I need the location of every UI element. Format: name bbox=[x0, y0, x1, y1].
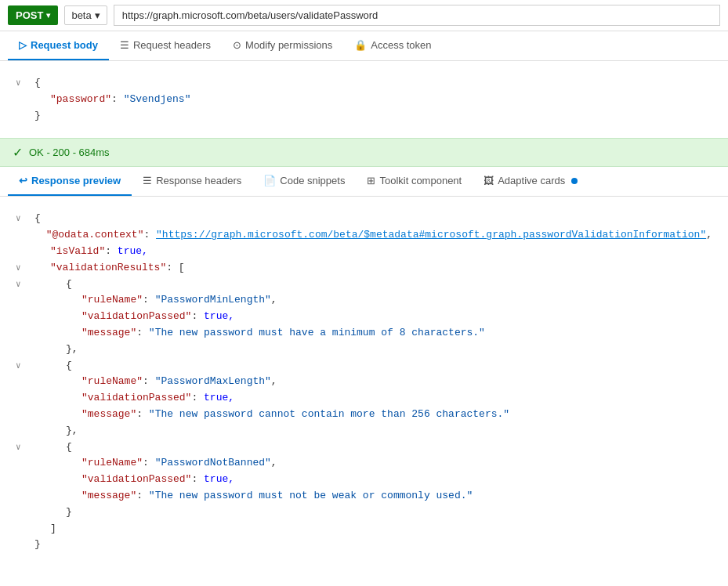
tab-request-body[interactable]: ▷ Request body bbox=[8, 31, 109, 60]
access-token-label: Access token bbox=[371, 39, 431, 51]
method-chevron: ▾ bbox=[46, 11, 50, 20]
collapse-validation-results[interactable]: ∨ bbox=[16, 260, 34, 276]
response-json-section: ∨ { "@odata.context" : "https://graph.mi… bbox=[0, 197, 728, 567]
tab-access-token[interactable]: 🔒 Access token bbox=[343, 31, 442, 60]
response-preview-label: Response preview bbox=[31, 175, 121, 186]
access-token-icon: 🔒 bbox=[354, 39, 367, 51]
request-body-label: Request body bbox=[31, 39, 98, 51]
url-input[interactable] bbox=[114, 5, 720, 26]
tab-adaptive-cards[interactable]: 🖼 Adaptive cards bbox=[473, 167, 589, 196]
toolkit-component-icon: ⊞ bbox=[367, 175, 375, 186]
response-preview-icon: ↩ bbox=[19, 175, 27, 186]
response-headers-icon: ☰ bbox=[143, 175, 152, 186]
status-bar: ✓ OK - 200 - 684ms bbox=[0, 138, 728, 167]
request-body-json: ∨ { "password" : "Svendjens" } bbox=[16, 69, 712, 130]
odata-context-url[interactable]: "https://graph.microsoft.com/beta/$metad… bbox=[156, 227, 706, 244]
modify-permissions-icon: ⊙ bbox=[233, 39, 241, 51]
request-tab-bar: ▷ Request body ☰ Request headers ⊙ Modif… bbox=[0, 31, 728, 61]
top-bar: POST ▾ beta ▾ bbox=[0, 0, 728, 31]
response-body-section: ∨ { "@odata.context" : "https://graph.mi… bbox=[0, 197, 728, 586]
request-headers-icon: ☰ bbox=[120, 39, 129, 51]
status-icon: ✓ bbox=[13, 145, 23, 160]
version-label: beta bbox=[71, 9, 91, 21]
collapse-result-1[interactable]: ∨ bbox=[16, 277, 34, 292]
version-selector[interactable]: beta ▾ bbox=[64, 5, 107, 25]
response-headers-label: Response headers bbox=[156, 175, 241, 186]
modify-permissions-label: Modify permissions bbox=[245, 39, 332, 51]
version-chevron: ▾ bbox=[95, 9, 100, 21]
method-label: POST bbox=[16, 9, 43, 21]
collapse-result-2[interactable]: ∨ bbox=[16, 358, 34, 374]
collapse-result-3[interactable]: ∨ bbox=[16, 440, 34, 455]
adaptive-cards-icon: 🖼 bbox=[484, 175, 494, 186]
tab-response-headers[interactable]: ☰ Response headers bbox=[132, 167, 252, 196]
tab-request-headers[interactable]: ☰ Request headers bbox=[109, 31, 222, 60]
code-snippets-icon: 📄 bbox=[263, 175, 276, 186]
response-tab-bar: ↩ Response preview ☰ Response headers 📄 … bbox=[0, 167, 728, 197]
adaptive-cards-badge bbox=[571, 178, 578, 184]
request-body-icon: ▷ bbox=[19, 39, 27, 51]
code-snippets-label: Code snippets bbox=[280, 175, 345, 186]
collapse-root-resp[interactable]: ∨ bbox=[16, 211, 34, 226]
request-headers-label: Request headers bbox=[133, 39, 211, 51]
tab-modify-permissions[interactable]: ⊙ Modify permissions bbox=[222, 31, 343, 60]
response-json: ∨ { "@odata.context" : "https://graph.mi… bbox=[16, 204, 712, 559]
collapse-root-req[interactable]: ∨ bbox=[16, 75, 34, 91]
adaptive-cards-label: Adaptive cards bbox=[498, 175, 565, 186]
tab-code-snippets[interactable]: 📄 Code snippets bbox=[252, 167, 356, 196]
toolkit-component-label: Toolkit component bbox=[379, 175, 462, 186]
status-text: OK - 200 - 684ms bbox=[29, 146, 110, 158]
tab-response-preview[interactable]: ↩ Response preview bbox=[8, 167, 132, 196]
tab-toolkit-component[interactable]: ⊞ Toolkit component bbox=[356, 167, 473, 196]
request-body-section: ∨ { "password" : "Svendjens" } bbox=[0, 61, 728, 138]
method-button[interactable]: POST ▾ bbox=[8, 5, 58, 25]
